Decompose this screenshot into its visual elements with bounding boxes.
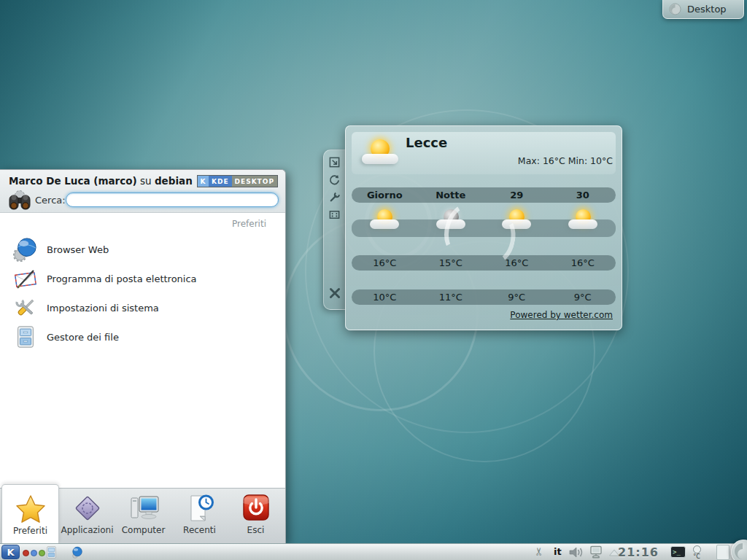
panel-widget-strip[interactable] [716, 545, 729, 560]
favorite-item-label: Browser Web [47, 244, 109, 255]
tab-label: Computer [122, 525, 166, 535]
favorite-item-mail[interactable]: Programma di posta elettronica [6, 264, 279, 293]
badge-kde-label: KDE [209, 176, 232, 187]
tab-label: Recenti [183, 525, 216, 535]
favorite-item-browser[interactable]: Browser Web [6, 235, 279, 264]
partly-cloudy-night-icon [435, 208, 467, 234]
kickoff-favorites-list: Preferiti Browser Web [0, 213, 285, 488]
terminal-icon[interactable]: >_ [670, 546, 686, 558]
kickoff-header: Marco De Luca (marco) su debian K KDE DE… [0, 170, 285, 213]
web-browser-launcher-icon[interactable] [70, 545, 84, 559]
maximize-icon[interactable] [328, 209, 341, 221]
web-browser-icon [13, 237, 38, 262]
tab-esci[interactable]: Esci [228, 489, 284, 543]
favorite-item-label: Programma di posta elettronica [47, 273, 197, 284]
kde-logo-icon: K [198, 176, 209, 187]
favorite-item-system-settings[interactable]: Impostazioni di sistema [6, 293, 279, 322]
weather-col-header: 29 [484, 190, 550, 201]
partly-cloudy-day-icon [368, 208, 400, 234]
user-identity: Marco De Luca (marco) su debian [9, 175, 193, 187]
configure-wrench-icon[interactable] [328, 191, 341, 203]
user-separator: su [137, 175, 155, 187]
weather-night-temps-row: 10°C 11°C 9°C 9°C [352, 289, 616, 305]
weather-credit-link[interactable]: Powered by wetter.com [510, 310, 613, 320]
logout-power-icon [241, 494, 271, 523]
favorite-item-label: Gestore dei file [47, 332, 119, 343]
weather-widget-handle[interactable] [323, 149, 345, 310]
file-manager-icon [13, 324, 38, 349]
weather-col-header: Giorno [352, 190, 418, 201]
user-name: Marco De Luca (marco) [9, 175, 137, 187]
weather-column-header-row: Giorno Notte 29 30 [352, 187, 616, 203]
favorites-section-label: Preferiti [232, 219, 266, 229]
day-temp: 16°C [550, 257, 616, 268]
clipboard-scissors-icon[interactable]: ✂ [533, 547, 546, 556]
computer-icon [127, 494, 160, 523]
weather-col-header: 30 [550, 190, 616, 201]
partly-cloudy-day-icon [500, 208, 533, 234]
partly-cloudy-day-icon [567, 208, 599, 234]
keyboard-layout-indicator[interactable]: it [554, 546, 562, 557]
close-icon[interactable] [328, 286, 342, 300]
applications-icon [72, 494, 103, 523]
panel-toolbox-cashew[interactable] [731, 540, 747, 560]
search-input[interactable] [66, 192, 279, 207]
weather-minmax: Max: 16°C Min: 10°C [518, 155, 613, 166]
night-temp: 10°C [352, 292, 418, 303]
kde-menu-button[interactable]: K [1, 545, 20, 559]
badge-desktop-label: DESKTOP [232, 176, 277, 187]
tab-label: Esci [247, 525, 265, 535]
tray-weather-glyph [693, 545, 701, 553]
weather-icon-row [352, 208, 616, 237]
recent-documents-icon [185, 494, 215, 523]
tray-weather-label: °C [693, 553, 700, 560]
cashew-icon [732, 540, 747, 560]
night-temp: 9°C [484, 292, 550, 303]
volume-icon[interactable] [568, 546, 584, 559]
favorites-star-icon [15, 494, 46, 524]
kickoff-tab-bar: Preferiti Applicazioni [0, 488, 285, 543]
cashew-icon [669, 3, 681, 15]
tab-recenti[interactable]: Recenti [171, 489, 228, 543]
favorite-item-file-manager[interactable]: Gestore dei file [6, 322, 279, 351]
desktop-toolbox[interactable]: Desktop [662, 0, 744, 19]
tray-weather-icon[interactable]: °C [690, 545, 703, 560]
favorite-item-label: Impostazioni di sistema [47, 303, 159, 314]
weather-col-header: Notte [418, 190, 484, 201]
night-temp: 11°C [418, 292, 484, 303]
weather-widget: Lecce Max: 16°C Min: 10°C Giorno Notte 2… [345, 125, 622, 330]
toolbox-label: Desktop [687, 4, 727, 15]
resize-icon[interactable] [328, 156, 341, 168]
rotate-icon[interactable] [328, 174, 341, 186]
tab-applicazioni[interactable]: Applicazioni [59, 489, 115, 543]
weather-day-temps-row: 16°C 15°C 16°C 16°C [352, 255, 616, 271]
host-name: debian [155, 175, 193, 187]
mail-icon [13, 266, 38, 291]
day-temp: 15°C [418, 257, 484, 268]
kde-desktop-badge: K KDE DESKTOP [197, 175, 278, 187]
digital-clock[interactable]: 21:16 [618, 545, 663, 559]
system-settings-icon [13, 295, 38, 320]
tab-label: Preferiti [13, 526, 47, 536]
weather-city-title: Lecce [406, 135, 447, 150]
network-monitor-icon[interactable] [588, 545, 604, 559]
weather-current-icon [362, 138, 400, 168]
bottom-panel: K ✂ it 21:16 >_ °C [0, 543, 747, 560]
file-manager-launcher-icon[interactable] [44, 545, 58, 559]
cloud-icon [362, 154, 398, 164]
night-temp: 9°C [550, 292, 616, 303]
search-binoculars-icon [7, 189, 32, 212]
tab-computer[interactable]: Computer [115, 489, 171, 543]
tab-preferiti[interactable]: Preferiti [1, 484, 59, 543]
tab-label: Applicazioni [61, 525, 114, 535]
pager-dots[interactable] [23, 550, 45, 556]
day-temp: 16°C [484, 257, 550, 268]
weather-header-panel [352, 132, 616, 174]
kickoff-launcher: Marco De Luca (marco) su debian K KDE DE… [0, 169, 286, 543]
pager-dot-red[interactable] [23, 550, 29, 556]
search-label: Cerca: [35, 195, 66, 206]
day-temp: 16°C [352, 257, 418, 268]
pager-dot-blue[interactable] [31, 550, 37, 556]
